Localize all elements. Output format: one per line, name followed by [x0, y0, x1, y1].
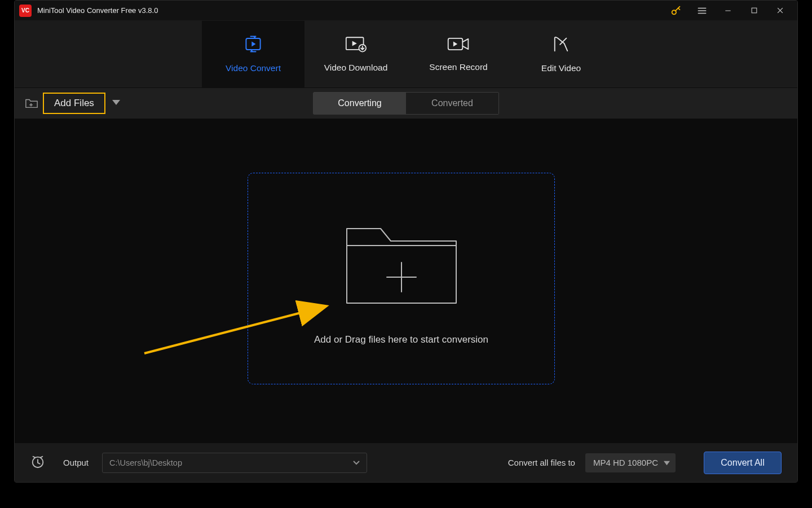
convert-all-button[interactable]: Convert All [704, 452, 782, 474]
svg-marker-19 [664, 461, 670, 465]
edit-icon [553, 35, 570, 55]
chevron-down-icon [353, 458, 360, 467]
output-path-select[interactable]: C:\Users\bj\Desktop [102, 453, 367, 473]
nav-video-convert[interactable]: Video Convert [202, 21, 304, 87]
svg-marker-15 [112, 100, 120, 105]
output-format-select[interactable]: MP4 HD 1080PC [585, 453, 676, 472]
add-files-dropdown-icon[interactable] [112, 98, 120, 108]
download-icon [345, 36, 367, 55]
hamburger-menu-icon[interactable] [689, 1, 715, 21]
top-nav: Video Convert Video Download [15, 21, 797, 87]
add-folder-icon[interactable] [25, 97, 38, 110]
svg-marker-9 [251, 42, 255, 47]
convert-icon [243, 35, 263, 55]
segment-converted[interactable]: Converted [406, 93, 498, 114]
segment-converting[interactable]: Converting [314, 93, 406, 114]
record-icon [447, 36, 470, 54]
svg-rect-5 [752, 8, 757, 13]
dropzone-hint: Add or Drag files here to start conversi… [314, 334, 488, 345]
minimize-button[interactable] [715, 1, 741, 21]
chevron-down-icon [664, 458, 670, 467]
output-path-value: C:\Users\bj\Desktop [109, 458, 182, 467]
dropzone[interactable]: Add or Drag files here to start conversi… [248, 173, 555, 384]
titlebar: VC MiniTool Video Converter Free v3.8.0 [15, 1, 797, 21]
folder-add-icon [342, 212, 461, 313]
svg-marker-14 [453, 41, 457, 46]
schedule-icon[interactable] [30, 454, 45, 471]
svg-marker-11 [352, 41, 357, 46]
nav-label: Edit Video [541, 63, 581, 73]
upgrade-key-icon[interactable] [663, 1, 689, 21]
maximize-button[interactable] [741, 1, 767, 21]
app-window: VC MiniTool Video Converter Free v3.8.0 [14, 0, 798, 483]
app-title: MiniTool Video Converter Free v3.8.0 [37, 6, 158, 15]
main-area: Add or Drag files here to start conversi… [15, 119, 797, 443]
app-logo: VC [19, 5, 32, 17]
output-format-value: MP4 HD 1080PC [593, 458, 658, 467]
add-files-button[interactable]: Add Files [43, 93, 105, 114]
nav-label: Video Download [324, 63, 388, 73]
nav-edit-video[interactable]: Edit Video [510, 21, 612, 87]
nav-label: Video Convert [226, 63, 281, 73]
nav-label: Screen Record [429, 62, 487, 72]
close-button[interactable] [767, 1, 793, 21]
convert-all-files-to-label: Convert all files to [508, 458, 575, 467]
toolbar: Add Files Converting Converted [15, 87, 797, 119]
nav-video-download[interactable]: Video Download [304, 21, 407, 87]
nav-screen-record[interactable]: Screen Record [407, 21, 510, 87]
footer: Output C:\Users\bj\Desktop Convert all f… [15, 443, 797, 482]
status-segmented-control: Converting Converted [313, 92, 499, 115]
output-label: Output [63, 458, 89, 467]
